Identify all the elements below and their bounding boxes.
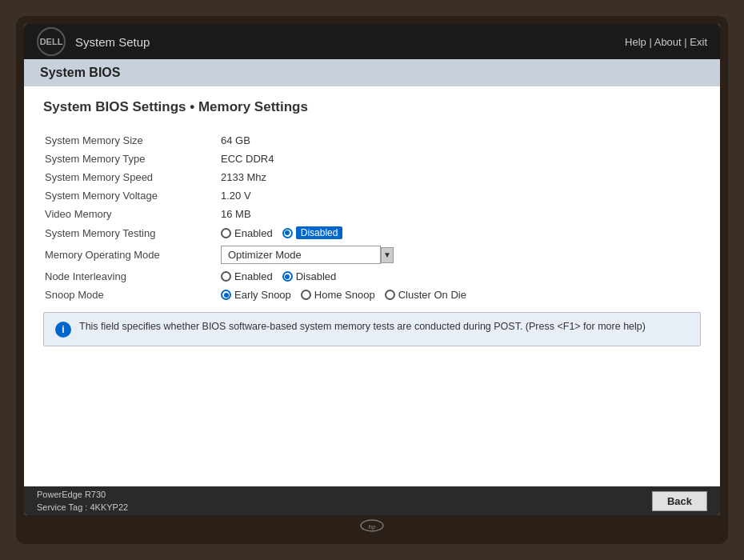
radio-item-disabled[interactable]: Disabled	[282, 270, 337, 282]
radio-item-enabled[interactable]: Enabled	[221, 270, 273, 282]
setting-value: ECC DDR4	[219, 150, 701, 168]
dropdown-arrow-icon[interactable]: ▼	[381, 247, 394, 263]
settings-table: System Memory Size 64 GB System Memory T…	[43, 131, 701, 304]
radio-label-enabled: Enabled	[234, 227, 273, 239]
service-tag-label: Service Tag :	[37, 502, 90, 512]
main-content: System BIOS Settings • Memory Settings S…	[24, 86, 720, 486]
service-tag-info: Service Tag : 4KKYP22	[37, 501, 128, 514]
radio-circle-disabled[interactable]	[282, 271, 293, 282]
radio-item-cluster-on-die[interactable]: Cluster On Die	[385, 289, 466, 301]
section-header: System BIOS	[24, 59, 720, 86]
setting-value-radio: Enabled Disabled	[219, 267, 701, 286]
setting-label: System Memory Speed	[43, 168, 219, 186]
radio-item-enabled[interactable]: Enabled	[221, 227, 273, 239]
setting-value-radio: Early Snoop Home Snoop Cluster On Die	[219, 286, 701, 304]
back-button[interactable]: Back	[652, 491, 707, 511]
info-box: i This field specifies whether BIOS soft…	[43, 312, 701, 346]
setting-label: Memory Operating Mode	[43, 242, 219, 267]
dell-logo: DELL	[37, 27, 66, 56]
info-text: This field specifies whether BIOS softwa…	[79, 321, 646, 332]
radio-circle-disabled[interactable]	[282, 228, 293, 238]
setting-value: 2133 Mhz	[219, 168, 701, 186]
radio-circle-enabled[interactable]	[221, 228, 231, 238]
monitor-brand: hp	[359, 515, 385, 536]
table-row: System Memory Testing Enabled Disa	[43, 223, 701, 242]
table-row: Video Memory 16 MB	[43, 205, 701, 223]
about-link[interactable]: About	[654, 36, 682, 48]
setting-label: Snoop Mode	[43, 286, 219, 304]
table-row: System Memory Size 64 GB	[43, 131, 701, 150]
screen: DELL System Setup Help | About | Exit Sy…	[24, 24, 720, 515]
monitor: DELL System Setup Help | About | Exit Sy…	[16, 16, 728, 544]
table-row: Memory Operating Mode Optimizer Mode ▼	[43, 242, 701, 267]
footer: PowerEdge R730 Service Tag : 4KKYP22 Bac…	[24, 486, 720, 515]
radio-label-disabled: Disabled	[296, 226, 343, 239]
radio-item-home-snoop[interactable]: Home Snoop	[301, 289, 375, 301]
table-row: System Memory Type ECC DDR4	[43, 150, 701, 168]
table-row: Node Interleaving Enabled Disabled	[43, 267, 701, 286]
setting-label: Video Memory	[43, 205, 219, 223]
header-title: System Setup	[75, 35, 625, 49]
memory-mode-dropdown[interactable]: Optimizer Mode ▼	[221, 246, 699, 264]
setting-value: 1.20 V	[219, 186, 701, 205]
info-icon: i	[55, 322, 71, 338]
help-link[interactable]: Help	[625, 36, 646, 48]
setting-value-radio: Enabled Disabled	[219, 223, 701, 242]
radio-label-cluster-on-die: Cluster On Die	[398, 289, 466, 301]
page-title: System BIOS Settings • Memory Settings	[43, 99, 701, 118]
radio-label-disabled: Disabled	[296, 270, 337, 282]
setting-value: 16 MB	[219, 205, 701, 223]
table-row: System Memory Speed 2133 Mhz	[43, 168, 701, 186]
header-nav: Help | About | Exit	[625, 36, 707, 48]
setting-label: System Memory Testing	[43, 223, 219, 242]
setting-value-dropdown: Optimizer Mode ▼	[219, 242, 701, 267]
footer-info: PowerEdge R730 Service Tag : 4KKYP22	[37, 488, 128, 514]
dropdown-value[interactable]: Optimizer Mode	[221, 246, 381, 264]
radio-item-early-snoop[interactable]: Early Snoop	[221, 289, 291, 301]
table-row: System Memory Voltage 1.20 V	[43, 186, 701, 205]
radio-item-disabled[interactable]: Disabled	[282, 226, 343, 239]
radio-circle-early-snoop[interactable]	[221, 290, 231, 300]
exit-link[interactable]: Exit	[690, 36, 707, 48]
model-info: PowerEdge R730	[37, 488, 128, 502]
snoop-mode-radio-group: Early Snoop Home Snoop Cluster On Die	[221, 289, 699, 301]
setting-label: System Memory Size	[43, 131, 219, 150]
radio-label-enabled: Enabled	[234, 270, 273, 282]
memory-testing-radio-group: Enabled Disabled	[221, 226, 699, 239]
radio-label-early-snoop: Early Snoop	[234, 289, 291, 301]
radio-circle-enabled[interactable]	[221, 271, 231, 282]
radio-circle-home-snoop[interactable]	[301, 290, 311, 300]
setting-label: System Memory Type	[43, 150, 219, 168]
setting-label: System Memory Voltage	[43, 186, 219, 205]
radio-label-home-snoop: Home Snoop	[314, 289, 375, 301]
radio-circle-cluster-on-die[interactable]	[385, 290, 395, 300]
setting-value: 64 GB	[219, 131, 701, 150]
header-bar: DELL System Setup Help | About | Exit	[24, 24, 720, 59]
table-row: Snoop Mode Early Snoop Home Snoop	[43, 286, 701, 304]
setting-label: Node Interleaving	[43, 267, 219, 286]
service-tag-value: 4KKYP22	[90, 502, 128, 512]
node-interleaving-radio-group: Enabled Disabled	[221, 270, 699, 282]
svg-text:hp: hp	[369, 523, 376, 530]
